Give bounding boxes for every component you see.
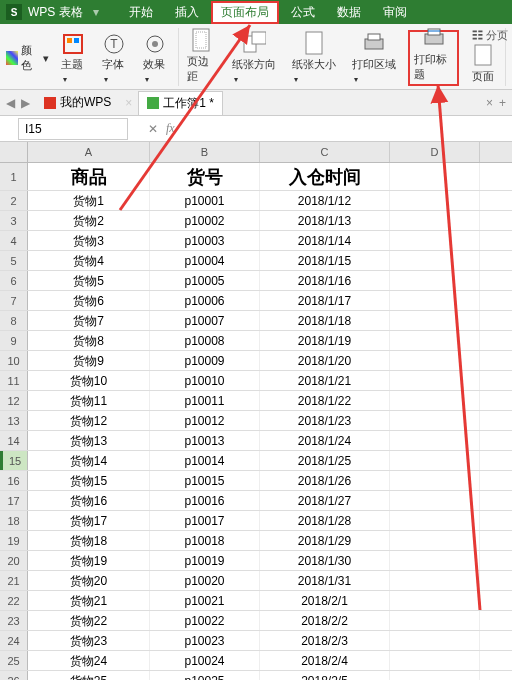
table-row[interactable]: 21货物20p100202018/1/31 xyxy=(0,571,512,591)
cell[interactable] xyxy=(390,571,480,590)
cell[interactable]: 货物4 xyxy=(28,251,150,270)
cell[interactable] xyxy=(390,391,480,410)
table-row[interactable]: 15货物14p100142018/1/25 xyxy=(0,451,512,471)
col-header-A[interactable]: A xyxy=(28,142,150,162)
cell[interactable]: 货物1 xyxy=(28,191,150,210)
cell[interactable]: p10010 xyxy=(150,371,260,390)
cell[interactable] xyxy=(390,311,480,330)
cell[interactable] xyxy=(390,411,480,430)
cell[interactable]: 货物3 xyxy=(28,231,150,250)
tab-review[interactable]: 审阅 xyxy=(373,1,417,24)
cell[interactable]: 2018/1/19 xyxy=(260,331,390,350)
row-number[interactable]: 25 xyxy=(0,651,28,670)
row-number[interactable]: 21 xyxy=(0,571,28,590)
cell[interactable]: 货物15 xyxy=(28,471,150,490)
row-number[interactable]: 2 xyxy=(0,191,28,210)
cell[interactable]: 货物18 xyxy=(28,531,150,550)
table-row[interactable]: 18货物17p100172018/1/28 xyxy=(0,511,512,531)
cell[interactable]: 货物6 xyxy=(28,291,150,310)
cell[interactable]: p10024 xyxy=(150,651,260,670)
tab-formula[interactable]: 公式 xyxy=(281,1,325,24)
cell[interactable]: p10017 xyxy=(150,511,260,530)
cell[interactable]: 货物24 xyxy=(28,651,150,670)
orient-button[interactable]: 纸张方向▾ xyxy=(228,30,280,86)
doctab-workbook[interactable]: 工作簿1 * xyxy=(138,91,223,115)
row-number[interactable]: 7 xyxy=(0,291,28,310)
row-number[interactable]: 22 xyxy=(0,591,28,610)
cell[interactable]: p10014 xyxy=(150,451,260,470)
cell[interactable]: 货物22 xyxy=(28,611,150,630)
row-number[interactable]: 10 xyxy=(0,351,28,370)
col-header-C[interactable]: C xyxy=(260,142,390,162)
table-row[interactable]: 14货物13p100132018/1/24 xyxy=(0,431,512,451)
cell[interactable]: p10002 xyxy=(150,211,260,230)
cell[interactable]: 货物5 xyxy=(28,271,150,290)
cell[interactable]: 2018/1/29 xyxy=(260,531,390,550)
cell[interactable] xyxy=(390,611,480,630)
row-number[interactable]: 5 xyxy=(0,251,28,270)
row-number[interactable]: 3 xyxy=(0,211,28,230)
cell[interactable]: 2018/2/3 xyxy=(260,631,390,650)
row-number[interactable]: 1 xyxy=(0,163,28,190)
select-all-corner[interactable] xyxy=(0,142,28,162)
cell[interactable] xyxy=(390,551,480,570)
cell[interactable]: 货物2 xyxy=(28,211,150,230)
tab-data[interactable]: 数据 xyxy=(327,1,371,24)
cell[interactable]: 2018/1/27 xyxy=(260,491,390,510)
table-row[interactable]: 11货物10p100102018/1/21 xyxy=(0,371,512,391)
table-row[interactable]: 16货物15p100152018/1/26 xyxy=(0,471,512,491)
cell[interactable]: p10011 xyxy=(150,391,260,410)
row-number[interactable]: 24 xyxy=(0,631,28,650)
close-tab-icon[interactable]: × xyxy=(486,96,493,110)
cell[interactable]: p10005 xyxy=(150,271,260,290)
row-number[interactable]: 26 xyxy=(0,671,28,680)
cell[interactable]: 2018/1/18 xyxy=(260,311,390,330)
cell[interactable]: 2018/1/23 xyxy=(260,411,390,430)
cell[interactable]: p10022 xyxy=(150,611,260,630)
col-header-D[interactable]: D xyxy=(390,142,480,162)
cell[interactable] xyxy=(390,631,480,650)
table-row[interactable]: 2货物1p100012018/1/12 xyxy=(0,191,512,211)
split-button[interactable]: ☷ 分页 xyxy=(472,28,508,43)
cell[interactable]: 入仓时间 xyxy=(260,163,390,190)
cell[interactable]: 货物23 xyxy=(28,631,150,650)
cell[interactable] xyxy=(390,331,480,350)
cell[interactable]: 2018/1/12 xyxy=(260,191,390,210)
size-button[interactable]: 纸张大小▾ xyxy=(288,30,340,86)
cell[interactable]: 货物25 xyxy=(28,671,150,680)
cell[interactable] xyxy=(390,671,480,680)
cell[interactable]: 2018/1/15 xyxy=(260,251,390,270)
cell[interactable]: 2018/2/5 xyxy=(260,671,390,680)
cell[interactable]: 2018/1/21 xyxy=(260,371,390,390)
row-number[interactable]: 17 xyxy=(0,491,28,510)
cell[interactable] xyxy=(390,451,480,470)
cell[interactable]: p10025 xyxy=(150,671,260,680)
cell[interactable]: 货号 xyxy=(150,163,260,190)
cell[interactable]: p10023 xyxy=(150,631,260,650)
cell[interactable]: p10008 xyxy=(150,331,260,350)
cell[interactable]: 货物13 xyxy=(28,431,150,450)
cell[interactable]: 货物10 xyxy=(28,371,150,390)
cell[interactable]: 货物12 xyxy=(28,411,150,430)
cell[interactable]: p10004 xyxy=(150,251,260,270)
table-row[interactable]: 24货物23p100232018/2/3 xyxy=(0,631,512,651)
cell[interactable] xyxy=(390,431,480,450)
table-row[interactable]: 17货物16p100162018/1/27 xyxy=(0,491,512,511)
cell[interactable] xyxy=(390,191,480,210)
cell[interactable]: p10018 xyxy=(150,531,260,550)
cell[interactable]: p10015 xyxy=(150,471,260,490)
table-row[interactable]: 23货物22p100222018/2/2 xyxy=(0,611,512,631)
col-header-B[interactable]: B xyxy=(150,142,260,162)
tab-insert[interactable]: 插入 xyxy=(165,1,209,24)
cell[interactable]: 货物11 xyxy=(28,391,150,410)
cell[interactable] xyxy=(390,251,480,270)
table-row[interactable]: 20货物19p100192018/1/30 xyxy=(0,551,512,571)
printarea-button[interactable]: 打印区域▾ xyxy=(348,30,400,86)
theme-button[interactable]: 主题▾ xyxy=(57,30,90,86)
cell[interactable]: 货物9 xyxy=(28,351,150,370)
cell[interactable] xyxy=(390,163,480,190)
table-row[interactable]: 3货物2p100022018/1/13 xyxy=(0,211,512,231)
table-row[interactable]: 19货物18p100182018/1/29 xyxy=(0,531,512,551)
cell[interactable]: 2018/1/26 xyxy=(260,471,390,490)
row-number[interactable]: 20 xyxy=(0,551,28,570)
